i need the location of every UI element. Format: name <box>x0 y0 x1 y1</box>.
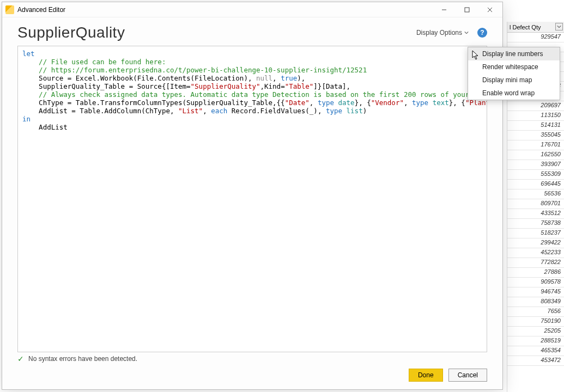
column-dropdown-icon[interactable] <box>555 23 563 30</box>
grid-cell[interactable]: 56536 <box>507 189 564 199</box>
grid-cell[interactable]: 808349 <box>507 297 564 307</box>
grid-cell[interactable]: 758738 <box>507 219 564 229</box>
menu-enable-word-wrap[interactable]: Enable word wrap <box>468 87 560 100</box>
menu-display-mini-map[interactable]: Display mini map <box>468 74 560 87</box>
titlebar: Advanced Editor <box>2 2 502 17</box>
display-options-menu: Display line numbers Render whitespace D… <box>468 47 560 100</box>
grid-cell[interactable]: 772822 <box>507 258 564 268</box>
grid-cell[interactable]: 7656 <box>507 307 564 317</box>
advanced-editor-dialog: Advanced Editor SupplierQuality Display … <box>2 2 503 390</box>
svg-rect-1 <box>465 8 469 12</box>
checkmark-icon: ✓ <box>17 354 24 363</box>
grid-cell[interactable]: 453472 <box>507 356 564 366</box>
maximize-button[interactable] <box>456 2 478 17</box>
grid-cell[interactable]: 555309 <box>507 170 564 180</box>
menu-render-whitespace[interactable]: Render whitespace <box>468 60 560 74</box>
minimize-button[interactable] <box>433 2 456 17</box>
grid-cell[interactable]: 946745 <box>507 287 564 297</box>
grid-cell[interactable]: 25205 <box>507 327 564 336</box>
query-name: SupplierQuality <box>17 24 408 41</box>
code-editor[interactable]: let // File used can be found here: // h… <box>17 46 487 352</box>
grid-cell[interactable]: 750190 <box>507 317 564 327</box>
dialog-title: Advanced Editor <box>17 6 433 14</box>
display-options-label: Display Options <box>416 29 462 36</box>
help-icon[interactable]: ? <box>477 28 487 38</box>
grid-cell[interactable]: 288519 <box>507 336 564 346</box>
grid-cell[interactable]: 452233 <box>507 248 564 258</box>
grid-cell[interactable]: 209697 <box>507 101 564 111</box>
chevron-down-icon <box>464 30 469 35</box>
close-button[interactable] <box>478 2 501 17</box>
grid-cell[interactable]: 465354 <box>507 346 564 356</box>
grid-cell[interactable]: 176701 <box>507 140 564 150</box>
done-button[interactable]: Done <box>409 369 443 382</box>
grid-cell[interactable]: 514131 <box>507 121 564 131</box>
grid-cell[interactable]: 355045 <box>507 131 564 140</box>
grid-cell[interactable]: 518237 <box>507 229 564 238</box>
display-options-button[interactable]: Display Options <box>413 27 472 39</box>
grid-column-header[interactable]: l Defect Qty <box>507 22 564 33</box>
grid-cell[interactable]: 393907 <box>507 160 564 170</box>
grid-cell[interactable]: 809701 <box>507 199 564 209</box>
cancel-button[interactable]: Cancel <box>448 369 487 382</box>
grid-cell[interactable]: 929547 <box>507 33 564 42</box>
grid-cell[interactable]: 299422 <box>507 238 564 248</box>
column-header-label: l Defect Qty <box>510 24 541 30</box>
grid-cell[interactable]: 162550 <box>507 150 564 160</box>
grid-cell[interactable]: 909578 <box>507 278 564 287</box>
grid-cell[interactable]: 27886 <box>507 268 564 278</box>
syntax-status: ✓ No syntax errors have been detected. <box>17 354 487 363</box>
grid-cell[interactable]: 696445 <box>507 180 564 189</box>
grid-cell[interactable]: 113150 <box>507 111 564 121</box>
app-icon <box>5 5 14 14</box>
status-text: No syntax errors have been detected. <box>28 355 137 363</box>
menu-display-line-numbers[interactable]: Display line numbers <box>468 47 560 60</box>
grid-cell[interactable]: 433512 <box>507 209 564 219</box>
